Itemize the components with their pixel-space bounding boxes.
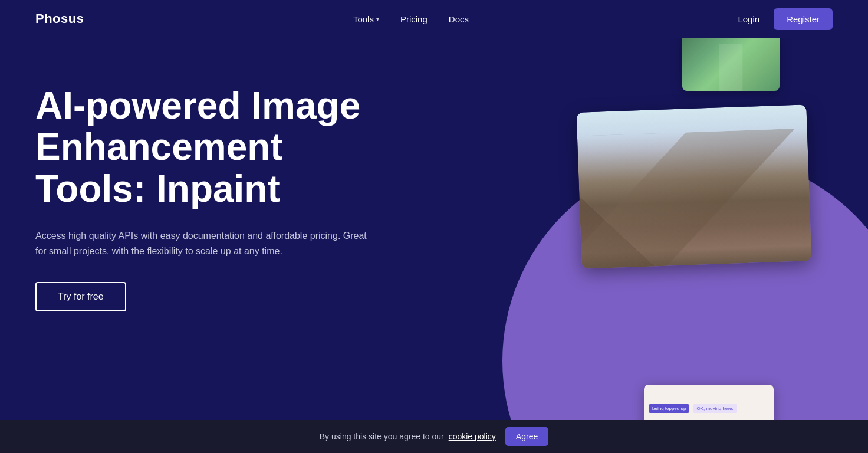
register-button[interactable]: Register — [774, 8, 833, 30]
try-free-button[interactable]: Try for free — [35, 282, 126, 311]
landscape-image — [576, 104, 811, 268]
nav-actions: Login Register — [738, 8, 833, 30]
cookie-banner: By using this site you agree to our cook… — [0, 420, 868, 453]
hero-description: Access high quality APIs with easy docum… — [35, 228, 377, 258]
hero-section: being topped up OK, moving here. AI-powe… — [0, 38, 868, 420]
tools-chevron-icon: ▾ — [376, 16, 379, 22]
pricing-label: Pricing — [400, 14, 428, 24]
runners-image — [682, 38, 780, 91]
login-link[interactable]: Login — [738, 14, 760, 24]
tools-label: Tools — [353, 14, 374, 24]
navbar: Phosus Tools ▾ Pricing Docs Login Regist… — [0, 0, 868, 38]
bottom-tag2: OK, moving here. — [693, 404, 737, 413]
docs-label: Docs — [449, 14, 469, 24]
cookie-policy-link[interactable]: cookie policy — [449, 432, 496, 441]
hero-text-block: AI-powered Image Enhancement Tools: Inpa… — [35, 85, 389, 311]
tools-nav-link[interactable]: Tools ▾ — [353, 14, 379, 24]
logo[interactable]: Phosus — [35, 11, 84, 27]
hero-title: AI-powered Image Enhancement Tools: Inpa… — [35, 85, 389, 209]
nav-links: Tools ▾ Pricing Docs — [353, 14, 469, 24]
docs-nav-link[interactable]: Docs — [449, 14, 469, 24]
pricing-nav-link[interactable]: Pricing — [400, 14, 428, 24]
bottom-tag-image: being topped up OK, moving here. — [644, 385, 774, 420]
cookie-text: By using this site you agree to our — [320, 432, 444, 441]
agree-button[interactable]: Agree — [505, 427, 548, 446]
bottom-tag1: being topped up — [649, 404, 689, 413]
